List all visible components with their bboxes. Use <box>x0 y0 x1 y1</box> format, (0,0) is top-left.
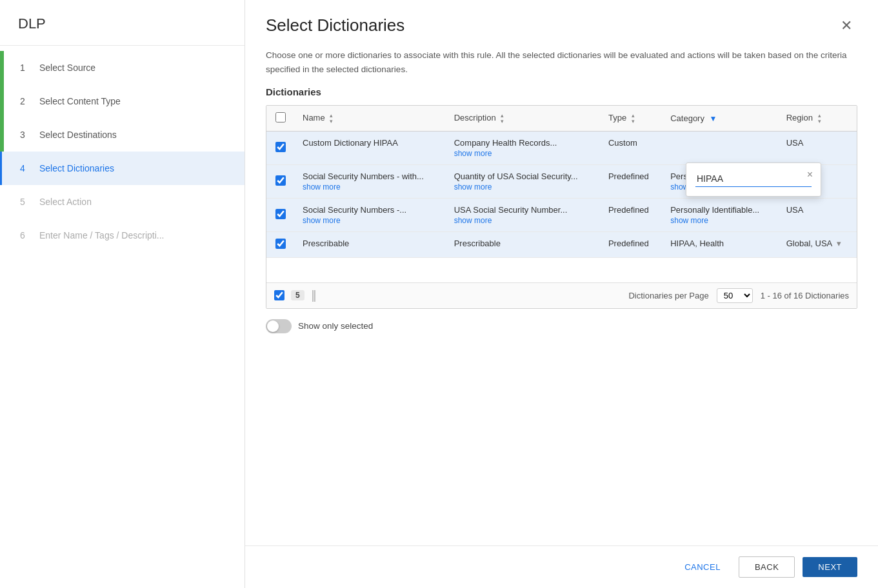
row3-checkbox-cell[interactable] <box>266 199 295 232</box>
row1-region-cell: USA <box>779 132 857 165</box>
row2-checkbox-cell[interactable] <box>266 165 295 199</box>
type-column-header[interactable]: Type ▴▾ <box>601 106 663 132</box>
description-sort-icon[interactable]: ▴▾ <box>501 113 504 124</box>
row4-name: Prescribable <box>303 239 349 248</box>
row4-type: Predefined <box>608 239 649 248</box>
region-column-label: Region <box>786 113 813 122</box>
region-column-header[interactable]: Region ▴▾ <box>779 106 857 132</box>
modal-title: Select Dictionaries <box>266 15 404 35</box>
table-row: Custom Dictionary HIPAA Company Health R… <box>266 132 857 165</box>
row3-category: Personally Identifiable... <box>670 205 759 215</box>
name-sort-icon[interactable]: ▴▾ <box>330 113 333 124</box>
modal-description: Choose one or more dictionaries to assoc… <box>245 41 878 86</box>
per-page-select[interactable]: 50 25 100 <box>717 288 753 303</box>
row4-category: HIPAA, Health <box>670 239 724 248</box>
row1-name: Custom Dictionary HIPAA <box>303 138 398 148</box>
sidebar-item-select-content-type[interactable]: 2 Select Content Type <box>0 84 244 118</box>
row3-description-show-more[interactable]: show more <box>454 216 593 225</box>
step-1-label: Select Source <box>39 63 95 73</box>
description-column-header[interactable]: Description ▴▾ <box>446 106 601 132</box>
sidebar-item-select-dictionaries[interactable]: 4 Select Dictionaries <box>0 152 244 185</box>
row1-type: Custom <box>608 138 637 148</box>
per-page-label: Dictionaries per Page <box>628 291 708 300</box>
row2-checkbox[interactable] <box>275 175 286 186</box>
table-row: Social Security Numbers -... show more U… <box>266 199 857 232</box>
type-sort-icons[interactable]: ▴▾ <box>632 113 635 124</box>
category-column-label: Category <box>670 113 704 123</box>
row3-checkbox[interactable] <box>275 209 286 219</box>
sidebar-item-select-destinations[interactable]: 3 Select Destinations <box>0 118 244 152</box>
row3-name: Social Security Numbers -... <box>303 205 406 215</box>
row3-description: USA Social Security Number... <box>454 205 568 215</box>
sidebar-steps: 1 Select Source 2 Select Content Type 3 … <box>0 46 244 252</box>
row3-category-cell: Personally Identifiable... show more <box>663 199 779 232</box>
category-filter-icon[interactable]: ▼ <box>710 114 717 123</box>
row1-checkbox[interactable] <box>275 142 286 152</box>
row2-name-show-more[interactable]: show more <box>303 182 439 191</box>
category-filter-popup: × <box>686 162 821 197</box>
row3-name-show-more[interactable]: show more <box>303 216 439 225</box>
show-only-selected-toggle[interactable] <box>266 319 292 333</box>
dictionaries-section-label: Dictionaries <box>245 86 878 105</box>
footer-checkbox[interactable] <box>274 290 284 300</box>
pagination-info: 1 - 16 of 16 Dictionaries <box>761 291 849 300</box>
step-5-number: 5 <box>20 197 30 207</box>
step-3-label: Select Destinations <box>39 130 117 140</box>
close-button[interactable]: ✕ <box>835 16 857 35</box>
name-column-header[interactable]: Name ▴▾ <box>295 106 446 132</box>
table-scroll-area[interactable]: Name ▴▾ Description ▴▾ Type ▴▾ <box>266 106 857 282</box>
selected-count-badge: 5 <box>291 290 304 300</box>
row1-checkbox-cell[interactable] <box>266 132 295 165</box>
row2-type: Predefined <box>608 172 649 181</box>
step-2-number: 2 <box>20 96 30 106</box>
row1-description-show-more[interactable]: show more <box>454 149 593 158</box>
row2-description-show-more[interactable]: show more <box>454 182 593 191</box>
step-6-number: 6 <box>20 230 30 240</box>
dictionaries-table-container: Name ▴▾ Description ▴▾ Type ▴▾ <box>266 105 857 308</box>
spacer <box>245 344 878 545</box>
step-4-number: 4 <box>20 163 30 173</box>
row4-region-expand-icon[interactable]: ▾ <box>837 239 841 248</box>
table-header-row: Name ▴▾ Description ▴▾ Type ▴▾ <box>266 106 857 132</box>
next-button[interactable]: NEXT <box>803 557 857 577</box>
toggle-knob <box>267 320 279 332</box>
sidebar-item-select-source[interactable]: 1 Select Source <box>0 51 244 84</box>
footer-divider-icon: ‖ <box>311 288 317 302</box>
row2-type-cell: Predefined <box>601 165 663 199</box>
select-all-header[interactable] <box>266 106 295 132</box>
popup-close-button[interactable]: × <box>804 168 815 181</box>
row2-name-cell: Social Security Numbers - with... show m… <box>295 165 446 199</box>
step-2-label: Select Content Type <box>39 96 121 106</box>
row1-region: USA <box>786 138 804 148</box>
modal-header: Select Dictionaries ✕ <box>245 0 878 41</box>
row3-category-show-more[interactable]: show more <box>670 216 771 225</box>
step-3-number: 3 <box>20 130 30 140</box>
row4-region: Global, USA <box>786 239 832 248</box>
select-all-checkbox[interactable] <box>275 112 286 122</box>
footer-left: 5 ‖ <box>274 288 317 302</box>
step-4-label: Select Dictionaries <box>39 163 114 173</box>
step-5-label: Select Action <box>39 197 92 207</box>
action-footer: CANCEL BACK NEXT <box>245 545 878 588</box>
category-filter-input[interactable] <box>695 171 812 187</box>
row4-description: Prescribable <box>454 239 501 248</box>
sidebar-item-select-action[interactable]: 5 Select Action <box>0 185 244 219</box>
row4-type-cell: Predefined <box>601 232 663 258</box>
row2-description: Quantity of USA Social Security... <box>454 172 578 181</box>
step-1-number: 1 <box>20 63 30 73</box>
cancel-button[interactable]: CANCEL <box>674 557 731 577</box>
row4-checkbox-cell[interactable] <box>266 232 295 258</box>
app-title: DLP <box>0 0 244 46</box>
row4-checkbox[interactable] <box>275 239 286 249</box>
sidebar-item-enter-name[interactable]: 6 Enter Name / Tags / Descripti... <box>0 219 244 252</box>
back-button[interactable]: BACK <box>739 556 795 578</box>
main-content: Select Dictionaries ✕ Choose one or more… <box>245 0 878 588</box>
category-column-header[interactable]: Category ▼ <box>663 106 779 132</box>
row4-category-cell: HIPAA, Health <box>663 232 779 258</box>
region-sort-icon[interactable]: ▴▾ <box>818 113 821 124</box>
row3-type: Predefined <box>608 205 649 215</box>
row1-category-cell <box>663 132 779 165</box>
row3-name-cell: Social Security Numbers -... show more <box>295 199 446 232</box>
footer-right: Dictionaries per Page 50 25 100 1 - 16 o… <box>628 288 849 303</box>
sidebar: DLP 1 Select Source 2 Select Content Typ… <box>0 0 245 588</box>
